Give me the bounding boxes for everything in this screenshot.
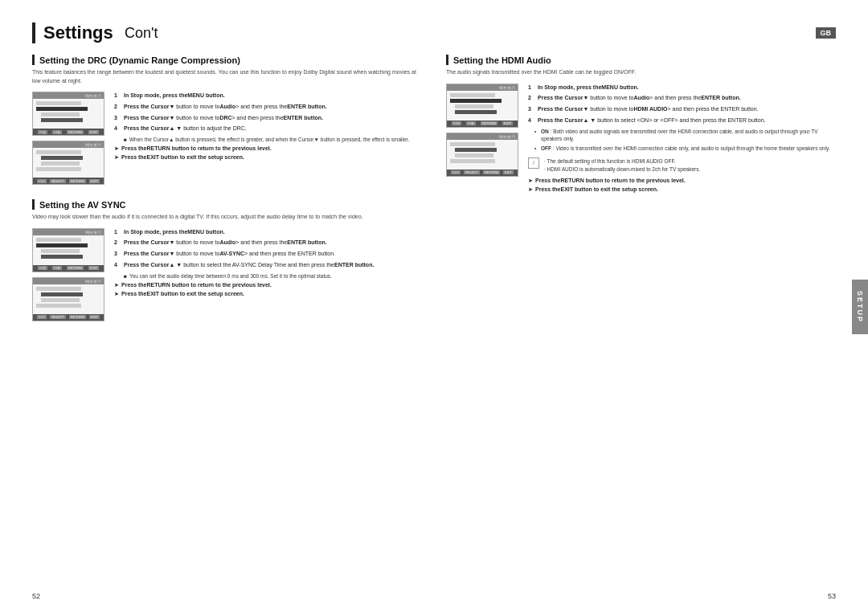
drc-step-4: 4 Press the Cursor▲ ▼ button to adjust t… [114, 125, 422, 133]
hdmi-screen-2: 메뉴보기 이이 SELECT RETURN E [446, 133, 518, 177]
main-content: Setting the DRC (Dynamic Range Compressi… [32, 55, 836, 581]
avsync-title: Setting the AV SYNC [32, 199, 422, 210]
avsync-screens: 메뉴보기 이전 이동 RETURN EXIT [32, 228, 104, 321]
hdmi-return: ➤ Press theRETURN button to return to th… [528, 178, 836, 184]
drc-screen2-top: 메뉴보기 [33, 141, 104, 148]
drc-screen2-bottom: 이이 SELECT RETURN EXIT [33, 178, 104, 184]
title-bar-icon [32, 22, 35, 43]
drc-description: This feature balances the range between … [32, 68, 422, 85]
avsync-screen1-bottom: 이전 이동 RETURN EXIT [33, 265, 104, 272]
drc-step-1: 1 In Stop mode, press theMENU button. [114, 92, 422, 100]
right-column: Setting the HDMI Audio The audio signals… [446, 55, 836, 581]
hdmi-screen1-bottom: 이전 이동 RETURN EXIT [447, 121, 518, 127]
drc-return: ➤ Press theRETURN button to return to th… [114, 145, 422, 152]
hdmi-step-2: 2 Press the Cursor▼ button to move toAud… [528, 94, 836, 102]
hdmi-note-text: · The default setting of this function i… [544, 157, 700, 174]
drc-instructions: 1 In Stop mode, press theMENU button. 2 … [114, 92, 422, 185]
hdmi-screen2-top: 메뉴보기 [447, 133, 518, 140]
avsync-screen-1: 메뉴보기 이전 이동 RETURN EXIT [32, 228, 104, 272]
avsync-exit: ➤ Press theEXIT button to exit the setup… [114, 291, 422, 297]
avsync-return: ➤ Press theRETURN button to return to th… [114, 282, 422, 288]
setup-tab: SETUP [852, 279, 868, 333]
drc-title-bar [32, 55, 35, 65]
drc-exit: ➤ Press theEXIT button to exit the setup… [114, 154, 422, 161]
hdmi-bullets: ON : Both video and audio signals are tr… [534, 128, 836, 153]
gb-badge: GB [816, 27, 837, 39]
avsync-title-bar [32, 199, 35, 210]
title-text: Settings [43, 22, 113, 43]
drc-title: Setting the DRC (Dynamic Range Compressi… [32, 55, 422, 65]
page-header: Settings Con't GB [32, 22, 836, 43]
drc-step-2: 2 Press the Cursor▼ button to move toAud… [114, 103, 422, 111]
avsync-instructions: 1 In Stop mode, press theMENU button. 2 … [114, 228, 422, 321]
hdmi-exit: ➤ Press theEXIT button to exit the setup… [528, 186, 836, 193]
subtitle-text: Con't [125, 25, 158, 42]
drc-screen1-bottom: 이전 이동 RETURN EXIT [33, 129, 104, 135]
hdmi-section: Setting the HDMI Audio The audio signals… [446, 55, 836, 195]
hdmi-step-4: 4 Press the Cursor▲ ▼ button to select <… [528, 116, 836, 125]
drc-step-3: 3 Press the Cursor▼ button to move toDRC… [114, 114, 422, 122]
drc-screens: 메뉴보기 이전 이동 RETURN EXIT [32, 92, 104, 185]
hdmi-step-1: 1 In Stop mode, press theMENU button. [528, 84, 836, 92]
hdmi-screen1-top: 메뉴보기 [447, 84, 518, 91]
avsync-section: Setting the AV SYNC Video may look slowe… [32, 199, 422, 321]
page-title: Settings Con't [32, 22, 158, 43]
page-number-left: 52 [32, 592, 40, 600]
drc-screen-1: 메뉴보기 이전 이동 RETURN EXIT [32, 92, 104, 136]
avsync-note: ■ You can set the audio delay time betwe… [124, 272, 422, 280]
hdmi-content: 메뉴보기 이전 이동 RETURN EXIT [446, 84, 836, 196]
hdmi-step-3: 3 Press the Cursor▼ button to move toHDM… [528, 105, 836, 113]
avsync-step-4: 4 Press the Cursor▲ ▼ button to select t… [114, 261, 422, 269]
avsync-step-1: 1 In Stop mode, press theMENU button. [114, 228, 422, 236]
avsync-content: 메뉴보기 이전 이동 RETURN EXIT [32, 228, 422, 321]
hdmi-bullet-off: OFF : Video is transmitted over the HDMI… [534, 145, 836, 153]
note-icon: i [528, 157, 539, 169]
hdmi-screens: 메뉴보기 이전 이동 RETURN EXIT [446, 84, 518, 196]
hdmi-bullet-on: ON : Both video and audio signals are tr… [534, 128, 836, 144]
avsync-screen2-bottom: 이이 SELECT RETURN EXIT [33, 314, 104, 321]
drc-note: ■ When the Cursor▲ button is pressed, th… [124, 136, 422, 143]
hdmi-title-bar [446, 55, 448, 65]
avsync-step-3: 3 Press the Cursor▼ button to move toAV-… [114, 250, 422, 258]
hdmi-note-box: i · The default setting of this function… [528, 157, 836, 174]
page-container: Settings Con't GB Setting the DRC (Dynam… [0, 0, 868, 613]
hdmi-title: Setting the HDMI Audio [446, 55, 836, 65]
left-column: Setting the DRC (Dynamic Range Compressi… [32, 55, 422, 581]
avsync-step-2: 2 Press the Cursor▼ button to move toAud… [114, 239, 422, 247]
drc-content: 메뉴보기 이전 이동 RETURN EXIT [32, 92, 422, 185]
avsync-screen-2: 메뉴보기 이이 SELECT RETURN E [32, 277, 104, 321]
page-number-right: 53 [828, 592, 836, 600]
hdmi-description: The audio signals transmitted over the H… [446, 68, 836, 77]
drc-section: Setting the DRC (Dynamic Range Compressi… [32, 55, 422, 185]
hdmi-steps: 1 In Stop mode, press theMENU button. 2 … [528, 84, 836, 125]
drc-screen1-top: 메뉴보기 [33, 92, 104, 99]
hdmi-instructions: 1 In Stop mode, press theMENU button. 2 … [528, 84, 836, 196]
drc-steps: 1 In Stop mode, press theMENU button. 2 … [114, 92, 422, 133]
hdmi-screen-1: 메뉴보기 이전 이동 RETURN EXIT [446, 84, 518, 128]
page-numbers: 52 53 [32, 592, 836, 600]
avsync-steps: 1 In Stop mode, press theMENU button. 2 … [114, 228, 422, 269]
avsync-description: Video may look slower than the audio if … [32, 213, 422, 222]
hdmi-screen2-bottom: 이이 SELECT RETURN EXIT [447, 170, 518, 176]
avsync-screen1-top: 메뉴보기 [33, 229, 104, 235]
avsync-screen2-top: 메뉴보기 [33, 278, 104, 284]
drc-screen-2: 메뉴보기 이이 SELECT RETURN E [32, 141, 104, 185]
